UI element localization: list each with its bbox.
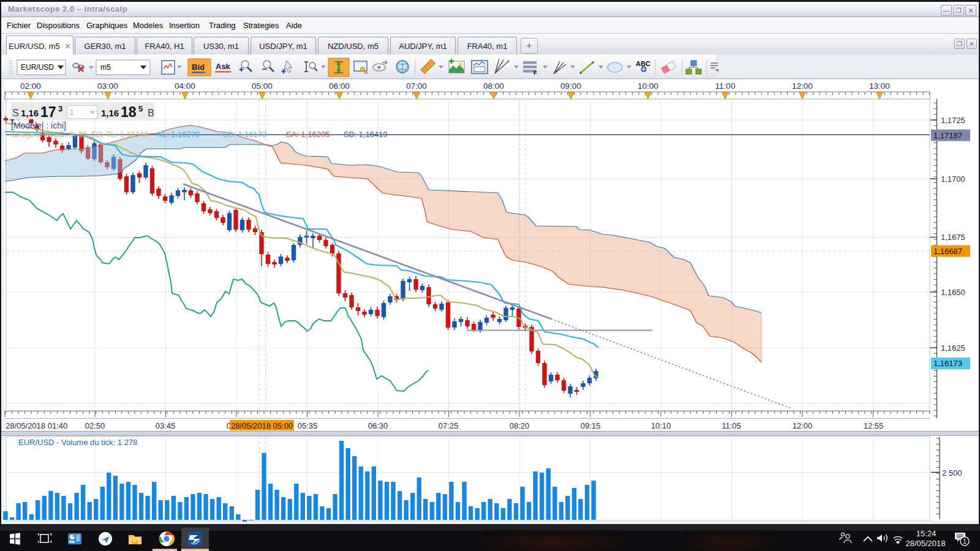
svg-text:B: B [148, 108, 154, 118]
svg-text:02:00: 02:00 [20, 81, 41, 91]
svg-text:03:00: 03:00 [97, 81, 118, 91]
svg-text:2 500: 2 500 [942, 468, 962, 478]
svg-text:ABC: ABC [636, 60, 650, 67]
svg-text:KL: 1,16270: KL: 1,16270 [157, 130, 200, 139]
svg-text:17: 17 [40, 104, 56, 120]
svg-text:TL: 1,16140: TL: 1,16140 [106, 130, 148, 139]
svg-text:08:00: 08:00 [483, 81, 504, 91]
svg-text:02:50: 02:50 [85, 421, 105, 430]
svg-text:SB: 1,16419: SB: 1,16419 [344, 130, 388, 139]
svg-text:28/05/2018: 28/05/2018 [905, 539, 945, 548]
svg-text:1,17187: 1,17187 [933, 131, 962, 140]
svg-text:1,1725: 1,1725 [941, 116, 965, 125]
svg-text:05:00: 05:00 [252, 81, 273, 91]
svg-text:F: F [533, 70, 537, 76]
svg-text:m5: m5 [100, 63, 111, 72]
svg-text:09:00: 09:00 [560, 81, 581, 91]
svg-text:1,1675: 1,1675 [941, 233, 965, 242]
svg-text:07:00: 07:00 [406, 81, 427, 91]
svg-text:Ask: Ask [216, 62, 231, 71]
svg-text:09:15: 09:15 [581, 421, 601, 430]
svg-text:12:00: 12:00 [793, 421, 813, 430]
svg-text:05:35: 05:35 [298, 421, 318, 430]
svg-text:06:00: 06:00 [329, 81, 350, 91]
svg-text:10:00: 10:00 [638, 81, 658, 91]
svg-text:1,1625: 1,1625 [941, 343, 965, 353]
svg-text:5: 5 [138, 104, 143, 113]
svg-text:03:45: 03:45 [156, 421, 176, 430]
svg-text:1,1700: 1,1700 [941, 174, 965, 184]
svg-text:SA: 1,16205: SA: 1,16205 [286, 130, 330, 139]
svg-text:1,16: 1,16 [101, 108, 119, 118]
svg-text:12:55: 12:55 [864, 421, 884, 430]
svg-text:S: S [12, 108, 19, 118]
svg-text:1,16173: 1,16173 [933, 359, 962, 368]
svg-text:13:00: 13:00 [869, 81, 890, 91]
svg-text:18: 18 [121, 104, 137, 120]
svg-text:08:20: 08:20 [510, 421, 530, 430]
svg-text:11:05: 11:05 [722, 421, 741, 430]
svg-text:1: 1 [70, 108, 74, 117]
svg-text:1: 1 [963, 538, 967, 545]
svg-text:EUR/USD - Volume du tick: 1 27: EUR/USD - Volume du tick: 1 278 [18, 438, 137, 447]
svg-text:3: 3 [58, 104, 62, 113]
svg-text:1,16: 1,16 [21, 108, 39, 118]
svg-text:06:30: 06:30 [368, 421, 388, 430]
svg-text:EUR/USD: EUR/USD [21, 63, 54, 72]
svg-text:04:00: 04:00 [175, 81, 195, 91]
svg-text:1,1650: 1,1650 [941, 288, 965, 297]
svg-text:07:25: 07:25 [439, 421, 459, 430]
svg-text:28/05/2018 01:40: 28/05/2018 01:40 [6, 421, 67, 430]
svg-text:15:24: 15:24 [916, 529, 937, 538]
svg-text:28/05/2018 05:00: 28/05/2018 05:00 [231, 421, 293, 430]
svg-text:1,16687: 1,16687 [933, 247, 962, 256]
svg-text:11:00: 11:00 [715, 81, 736, 91]
svg-text:CS: 1,16173: CS: 1,16173 [222, 130, 266, 139]
svg-text:10:10: 10:10 [651, 421, 671, 430]
svg-text:ICHI(EUR/USD, 9, 26, 52): ICHI(EUR/USD, 9, 26, 52) [10, 130, 103, 139]
svg-text:Bid: Bid [192, 62, 205, 72]
svg-text:12:00: 12:00 [792, 81, 813, 91]
svg-text:[Modele| : ichi]: [Modele| : ichi] [11, 121, 66, 130]
